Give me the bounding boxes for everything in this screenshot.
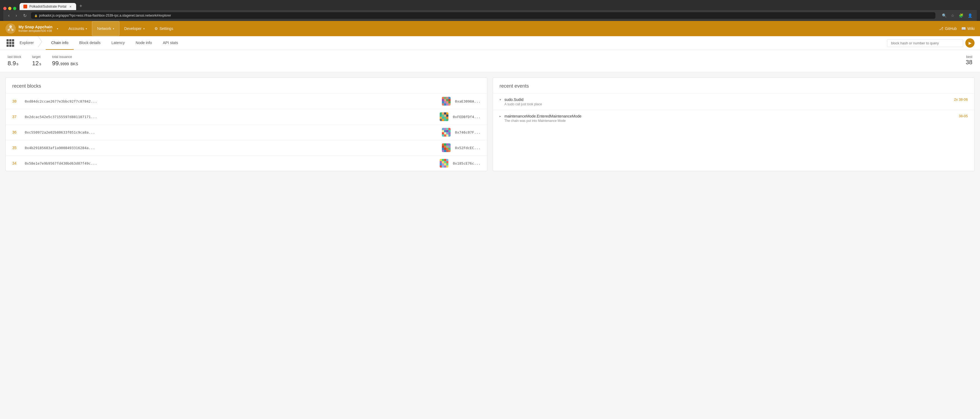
block-address[interactable]: 0xFEDBfDf4... — [453, 115, 480, 119]
nav-accounts[interactable]: Accounts ▾ — [64, 21, 92, 36]
svg-rect-67 — [446, 150, 449, 152]
svg-rect-24 — [446, 112, 449, 115]
grid-icon — [6, 39, 14, 47]
tab-explorer[interactable]: Explorer — [18, 36, 39, 50]
best-label: best — [966, 55, 972, 59]
github-link[interactable]: ⎇ GitHub — [939, 26, 957, 31]
nav-accounts-label: Accounts — [68, 26, 84, 31]
github-label: GitHub — [945, 26, 957, 31]
bookmark-button[interactable]: ☆ — [950, 13, 956, 18]
target-value: 12s — [32, 60, 41, 67]
block-hash: 0x58e1e7e9b9567fd430bd63d07f49c... — [25, 161, 435, 166]
block-number[interactable]: 37 — [12, 115, 21, 119]
svg-rect-51 — [446, 134, 449, 137]
tab-node-info[interactable]: Node info — [130, 36, 158, 50]
address-bar[interactable]: 🔒 polkadot.js.org/apps/?rpc=wss://fraa-f… — [31, 12, 935, 19]
block-address[interactable]: 0x185cE76c... — [453, 161, 480, 166]
svg-rect-6 — [444, 97, 446, 99]
zoom-button[interactable]: 🔍 — [941, 13, 948, 18]
tab-chain-info[interactable]: Chain info — [46, 36, 74, 50]
tab-close-button[interactable]: ✕ — [68, 5, 72, 8]
reload-button[interactable]: ↻ — [21, 13, 28, 19]
svg-rect-64 — [449, 148, 450, 150]
maximize-window-button[interactable] — [13, 7, 16, 10]
svg-rect-59 — [446, 145, 449, 148]
logo-svg — [6, 24, 15, 33]
app-logo[interactable]: My Snap Appchain frontier-template/500 #… — [5, 23, 58, 34]
svg-rect-34 — [442, 119, 444, 121]
nav-network[interactable]: Network ▾ — [92, 21, 119, 36]
tab-latency[interactable]: Latency — [106, 36, 130, 50]
block-address[interactable]: 0x52FdcEC... — [455, 146, 480, 150]
svg-rect-71 — [444, 159, 446, 161]
active-tab[interactable]: Polkadot/Substrate Portal ✕ — [19, 3, 76, 10]
grid-view-button[interactable] — [5, 38, 15, 48]
svg-rect-75 — [444, 161, 446, 163]
svg-rect-76 — [446, 161, 449, 163]
search-input[interactable] — [887, 39, 963, 47]
header-right: ⎇ GitHub 📖 Wiki — [939, 26, 975, 31]
nav-arrow-divider — [38, 36, 43, 47]
close-window-button[interactable] — [3, 7, 6, 10]
block-number[interactable]: 34 — [12, 161, 21, 166]
avatar — [440, 159, 449, 167]
new-tab-button[interactable]: + — [77, 2, 84, 10]
event-badge[interactable]: 38-05 — [959, 114, 968, 118]
back-button[interactable]: ‹ — [6, 13, 11, 19]
svg-rect-15 — [446, 101, 449, 104]
block-number[interactable]: 38 — [12, 99, 21, 104]
svg-rect-72 — [446, 159, 449, 161]
block-number[interactable]: 36 — [12, 130, 21, 134]
target-number: 12 — [32, 60, 38, 67]
block-address[interactable]: 0xaE3098A... — [455, 99, 480, 104]
block-hash: 0xd84dc2ccae2677e3bbc92f7c87842... — [25, 99, 438, 104]
logo-text: My Snap Appchain frontier-template/500 #… — [19, 25, 52, 33]
logo-subtitle: frontier-template/500 #38 — [19, 29, 52, 32]
svg-rect-54 — [444, 143, 446, 145]
tab-api-stats[interactable]: API stats — [158, 36, 183, 50]
last-block-value: 8.9s — [8, 60, 21, 67]
svg-rect-77 — [440, 163, 442, 166]
network-chevron-icon: ▾ — [113, 27, 114, 30]
svg-rect-81 — [440, 166, 442, 167]
tab-title: Polkadot/Substrate Portal — [29, 5, 66, 8]
svg-rect-44 — [449, 130, 450, 132]
main-nav: Accounts ▾ Network ▾ Developer ▾ ⚙ Setti… — [64, 21, 939, 36]
event-expand-icon[interactable]: ▸ — [500, 115, 501, 118]
profile-button[interactable]: 👤 — [967, 13, 974, 18]
svg-rect-73 — [440, 161, 442, 163]
extension-button[interactable]: 🧩 — [958, 13, 964, 18]
nav-developer[interactable]: Developer ▾ — [119, 21, 150, 36]
block-number[interactable]: 35 — [12, 145, 21, 150]
block-address[interactable]: 0x746c07F... — [455, 130, 480, 134]
table-row: 38 0xd84dc2ccae2677e3bbc92f7c87842... 0x… — [6, 93, 487, 109]
svg-rect-65 — [442, 150, 444, 152]
svg-rect-25 — [440, 115, 442, 117]
block-avatar — [442, 128, 450, 137]
explorer-item-wrap: Explorer — [18, 36, 39, 50]
svg-rect-32 — [446, 117, 449, 119]
tab-block-details[interactable]: Block details — [74, 36, 106, 50]
table-row: 37 0x2dcac542e5c37155597d881107171... 0x… — [6, 109, 487, 124]
event-expand-icon[interactable]: ▾ — [500, 98, 501, 102]
svg-rect-12 — [449, 99, 450, 101]
minimize-window-button[interactable] — [8, 7, 11, 10]
stat-total-issuance: total issuance 99.9999BKS — [52, 55, 78, 67]
svg-rect-45 — [442, 132, 444, 134]
browser-chrome: Polkadot/Substrate Portal ✕ + ‹ › ↻ 🔒 po… — [0, 0, 980, 21]
event-content: sudo.Sudid A sudo call just took place — [504, 97, 951, 106]
svg-rect-84 — [446, 166, 449, 167]
stat-best: best 38 — [966, 55, 972, 66]
event-badge[interactable]: 2x 38-06 — [954, 97, 968, 102]
svg-rect-66 — [444, 150, 446, 152]
forward-button[interactable]: › — [14, 13, 19, 19]
nav-settings[interactable]: ⚙ Settings — [150, 21, 178, 36]
svg-rect-29 — [440, 117, 442, 119]
logo-title: My Snap Appchain — [19, 25, 52, 29]
wiki-link[interactable]: 📖 Wiki — [961, 26, 975, 31]
svg-rect-55 — [446, 143, 449, 145]
svg-line-4 — [11, 28, 12, 29]
search-button[interactable]: ▶ — [965, 38, 975, 48]
tab-favicon — [23, 5, 27, 8]
list-item: ▸ maintenanceMode.EnteredMaintenanceMode… — [493, 110, 974, 126]
